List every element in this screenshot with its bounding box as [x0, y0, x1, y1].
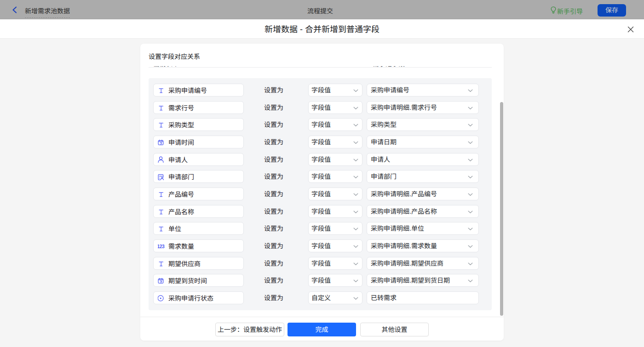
svg-text:123: 123 [158, 244, 165, 249]
